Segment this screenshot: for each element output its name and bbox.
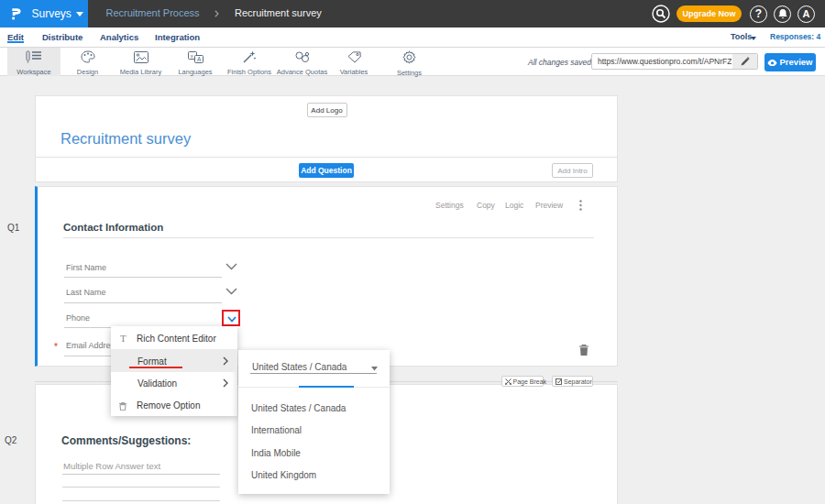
svg-text:A: A <box>197 56 202 62</box>
svg-text:x: x <box>190 53 192 59</box>
